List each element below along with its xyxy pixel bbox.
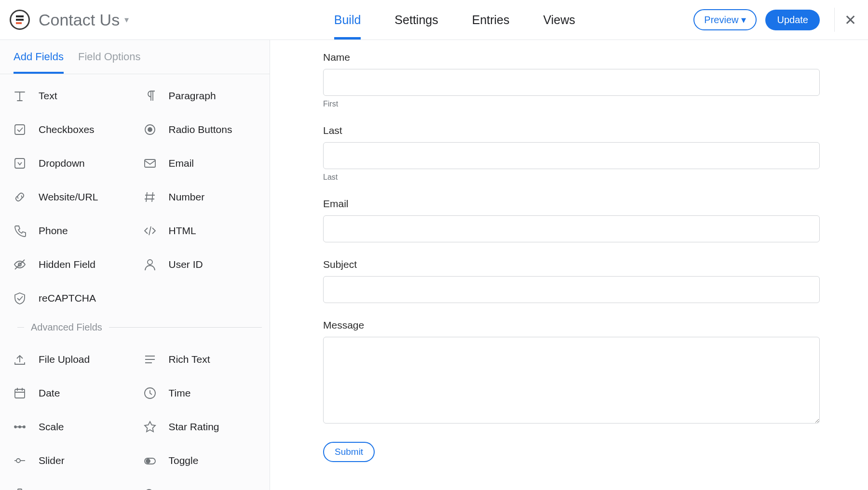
form-field-email-label: Email xyxy=(323,198,820,210)
field-richtext-label: Rich Text xyxy=(169,354,210,365)
field-recaptcha[interactable]: reCAPTCHA xyxy=(5,283,135,313)
upload-icon xyxy=(12,351,28,368)
app-logo[interactable] xyxy=(10,10,30,30)
field-toggle[interactable]: Toggle xyxy=(135,446,265,476)
update-button[interactable]: Update xyxy=(765,10,820,30)
field-userid-label: User ID xyxy=(169,259,203,270)
link-icon xyxy=(12,189,28,205)
nav-views[interactable]: Views xyxy=(543,0,575,40)
richtext-icon xyxy=(142,351,158,368)
field-radio-label: Radio Buttons xyxy=(169,124,232,135)
close-button[interactable]: ✕ xyxy=(834,8,860,32)
field-starrating[interactable]: Star Rating xyxy=(135,412,265,442)
field-userid[interactable]: User ID xyxy=(135,250,265,279)
field-dropdown[interactable]: Dropdown xyxy=(5,148,135,178)
nav-settings-label: Settings xyxy=(394,13,438,27)
field-hidden-label: Hidden Field xyxy=(39,259,95,270)
nav-entries[interactable]: Entries xyxy=(472,0,510,40)
field-checkboxes[interactable]: Checkboxes xyxy=(5,115,135,145)
radio-icon xyxy=(142,121,158,138)
field-scale-label: Scale xyxy=(39,421,64,433)
paragraph-icon xyxy=(142,88,158,104)
tab-add-fields-label: Add Fields xyxy=(14,51,64,63)
field-scale[interactable]: Scale xyxy=(5,412,135,442)
form-field-name-sublabel: First xyxy=(323,100,820,108)
nav-build[interactable]: Build xyxy=(334,0,361,40)
nav-entries-label: Entries xyxy=(472,13,510,27)
submit-button[interactable]: Submit xyxy=(323,442,375,462)
close-icon: ✕ xyxy=(844,12,856,28)
sidebar: Add Fields Field Options xyxy=(0,40,270,490)
field-phone[interactable]: Phone xyxy=(5,216,135,246)
form-field-subject[interactable]: Subject xyxy=(323,259,820,303)
field-dynamic[interactable]: Dynamic xyxy=(5,479,135,490)
nav-build-label: Build xyxy=(334,13,361,27)
form-field-name-input[interactable] xyxy=(323,69,820,96)
preview-button[interactable]: Preview ▾ xyxy=(693,9,757,30)
form-canvas: Name First Last Last Email Subject Messa… xyxy=(270,40,868,490)
field-url[interactable]: Website/URL xyxy=(5,182,135,212)
field-date-label: Date xyxy=(39,387,60,399)
update-button-label: Update xyxy=(777,14,808,25)
field-number[interactable]: Number xyxy=(135,182,265,212)
user-icon xyxy=(142,256,158,273)
field-phone-label: Phone xyxy=(39,225,68,237)
form-field-name-label: Name xyxy=(323,52,820,63)
sidebar-tabs: Add Fields Field Options xyxy=(0,40,270,74)
nav-settings[interactable]: Settings xyxy=(394,0,438,40)
field-slider[interactable]: Slider xyxy=(5,446,135,476)
field-time-label: Time xyxy=(169,387,191,399)
form-field-subject-label: Subject xyxy=(323,259,820,270)
slider-icon xyxy=(12,452,28,469)
caret-down-icon: ▾ xyxy=(741,14,746,26)
field-lookup[interactable]: Lookup xyxy=(135,479,265,490)
basic-fields-grid: Text Paragraph Checkboxes Radio Buttons … xyxy=(0,74,270,313)
field-date[interactable]: Date xyxy=(5,378,135,408)
topbar: Contact Us ▾ Build Settings Entries View… xyxy=(0,0,868,40)
submit-button-label: Submit xyxy=(335,447,363,457)
form-field-subject-input[interactable] xyxy=(323,276,820,303)
field-email[interactable]: Email xyxy=(135,148,265,178)
form-field-name[interactable]: Name First xyxy=(323,52,820,108)
field-email-label: Email xyxy=(169,158,194,169)
field-checkboxes-label: Checkboxes xyxy=(39,124,95,135)
field-fileupload[interactable]: File Upload xyxy=(5,344,135,374)
field-number-label: Number xyxy=(169,191,205,203)
advanced-fields-heading: Advanced Fields xyxy=(0,313,270,338)
form-title-dropdown[interactable]: Contact Us ▾ xyxy=(39,11,129,29)
text-icon xyxy=(12,88,28,104)
top-actions: Preview ▾ Update ✕ xyxy=(693,8,860,32)
form-field-last-label: Last xyxy=(323,125,820,136)
form-field-message-input[interactable] xyxy=(323,337,820,424)
form-field-last[interactable]: Last Last xyxy=(323,125,820,182)
dynamic-icon xyxy=(12,486,28,490)
field-richtext[interactable]: Rich Text xyxy=(135,344,265,374)
field-recaptcha-label: reCAPTCHA xyxy=(39,292,96,304)
field-text[interactable]: Text xyxy=(5,81,135,111)
form-field-last-sublabel: Last xyxy=(323,173,820,182)
phone-icon xyxy=(12,223,28,239)
form-field-email-input[interactable] xyxy=(323,215,820,242)
field-paragraph[interactable]: Paragraph xyxy=(135,81,265,111)
field-html[interactable]: HTML xyxy=(135,216,265,246)
form-field-message[interactable]: Message xyxy=(323,319,820,425)
preview-button-label: Preview xyxy=(704,14,738,26)
caret-down-icon: ▾ xyxy=(124,14,129,25)
field-hidden[interactable]: Hidden Field xyxy=(5,250,135,279)
tab-field-options[interactable]: Field Options xyxy=(78,51,141,74)
field-url-label: Website/URL xyxy=(39,191,98,203)
form-field-message-label: Message xyxy=(323,319,820,331)
hash-icon xyxy=(142,189,158,205)
advanced-fields-heading-label: Advanced Fields xyxy=(31,322,102,333)
top-nav: Build Settings Entries Views xyxy=(247,0,575,40)
form-title-text: Contact Us xyxy=(39,11,120,29)
field-paragraph-label: Paragraph xyxy=(169,90,216,102)
field-time[interactable]: Time xyxy=(135,378,265,408)
hidden-icon xyxy=(12,256,28,273)
html-icon xyxy=(142,223,158,239)
form-field-email[interactable]: Email xyxy=(323,198,820,242)
form-field-last-input[interactable] xyxy=(323,142,820,169)
field-radio[interactable]: Radio Buttons xyxy=(135,115,265,145)
tab-field-options-label: Field Options xyxy=(78,51,141,63)
tab-add-fields[interactable]: Add Fields xyxy=(14,51,64,74)
